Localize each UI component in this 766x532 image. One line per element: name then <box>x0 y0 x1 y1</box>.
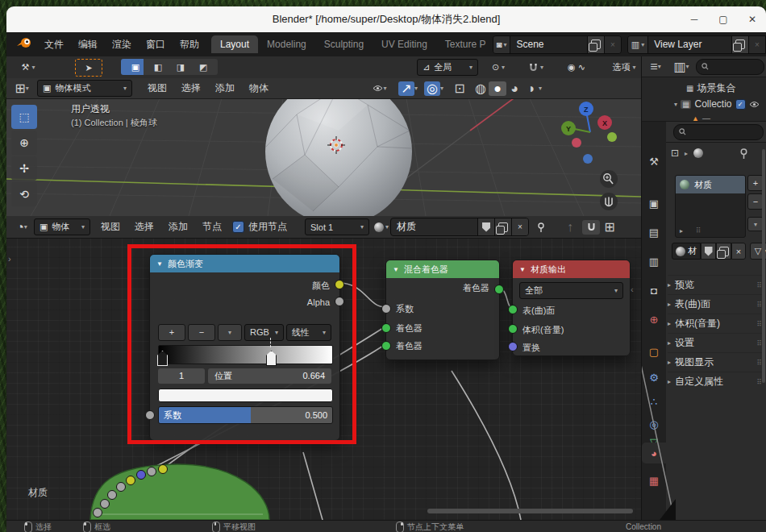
scene-name[interactable]: Scene <box>510 39 586 50</box>
dome-socket-gray-1[interactable] <box>94 509 102 517</box>
viewport-menu-view[interactable]: 视图 <box>140 79 174 98</box>
shading-solid-icon[interactable]: ● <box>489 81 506 96</box>
close-button[interactable]: ✕ <box>743 10 761 28</box>
workspace-tab-modeling[interactable]: Modeling <box>258 35 315 53</box>
tool-select-box[interactable]: ⬚ <box>11 105 37 129</box>
menu-render[interactable]: 渲染 <box>105 35 139 54</box>
node-canvas[interactable]: 材质 › ‹ ▼ 颜色渐变 颜色 Alpha + − ▾ RGB▾ 线性▾ <box>6 238 641 520</box>
xray-toggle-icon[interactable]: ⊡ <box>452 81 468 96</box>
overlays-toggle-icon[interactable]: ◎ <box>424 81 440 96</box>
menu-window[interactable]: 窗口 <box>139 35 173 54</box>
sidebar-expand-right-icon[interactable]: ‹ <box>631 285 634 294</box>
socket-volume-input[interactable] <box>508 324 518 334</box>
mode-dropdown[interactable]: ▣物体模式▾ <box>37 80 132 97</box>
unlink-material-button[interactable]: × <box>511 218 528 235</box>
dome-socket-yellow-1[interactable] <box>127 476 135 485</box>
shader-editor[interactable]: ◔▾ ▣物体▾ 视图 选择 添加 节点 ✓ 使用节点 Slot 1▾ ▾ 材质 … <box>6 216 641 520</box>
active-tool-icon[interactable]: ⚒▾ <box>11 59 45 75</box>
material-browse-icon[interactable]: ▾ <box>374 222 389 232</box>
overlays-dropdown[interactable]: ▾ <box>440 85 443 92</box>
tool-move[interactable]: ✢ <box>11 156 37 181</box>
outliner-row-collection[interactable]: ▾ ▦ Collectio ✓ <box>674 98 760 110</box>
gizmo-axis-x-neg[interactable] <box>607 132 617 142</box>
socket-mix-shader-output[interactable] <box>494 285 504 294</box>
dome-socket-gray-2[interactable] <box>101 500 110 509</box>
expand-triangle-icon[interactable]: ▾ <box>674 101 677 108</box>
tool-cursor[interactable]: ⊕ <box>11 131 37 155</box>
maximize-button[interactable]: ▢ <box>714 10 732 28</box>
viewport-menu-select[interactable]: 选择 <box>174 79 208 98</box>
viewport-zoom-button[interactable] <box>600 170 618 188</box>
snapping-magnet-icon[interactable]: ▾ <box>516 59 556 75</box>
socket-mix-shader1-input[interactable] <box>381 323 391 333</box>
dome-socket-yellow-2[interactable] <box>159 465 168 474</box>
collapse-triangle-icon[interactable]: ▼ <box>519 266 526 273</box>
shading-material-icon[interactable]: ◕ <box>506 81 522 96</box>
scene-icon[interactable]: ◙▾ <box>493 36 511 53</box>
outliner-row-scene-collection[interactable]: ▦ 场景集合 <box>686 81 735 95</box>
menu-help[interactable]: 帮助 <box>173 35 206 54</box>
viewport-3d[interactable]: ZXY ⊞▾ ▣物体模式▾ 视图 选择 添加 物体 <box>6 78 641 216</box>
editor-type-viewport-icon[interactable]: ⊞▾ <box>10 81 34 96</box>
shader-menu-view[interactable]: 视图 <box>94 218 127 236</box>
socket-surface-input[interactable] <box>508 305 518 314</box>
sidebar-expand-left-icon[interactable]: › <box>8 254 11 264</box>
collection-checkbox[interactable]: ✓ <box>735 99 746 110</box>
node-material-output-header[interactable]: ▼ 材质输出 <box>513 260 630 278</box>
shader-menu-add[interactable]: 添加 <box>161 218 195 236</box>
transform-orientation-dropdown[interactable]: ⊿全局▾ <box>417 59 478 76</box>
select-mode-lasso-button[interactable]: ◩ <box>189 59 218 75</box>
slot-dropdown[interactable]: Slot 1▾ <box>305 218 369 235</box>
gizmos-toggle-icon[interactable]: ↗ <box>398 81 414 96</box>
shader-overlays-icon[interactable]: ⊞ <box>602 219 618 235</box>
new-scene-button[interactable] <box>587 36 604 53</box>
gizmo-axis-z-neg[interactable] <box>583 154 593 164</box>
visibility-dropdown-icon[interactable]: ▾ <box>366 85 393 92</box>
workspace-tab-layout[interactable]: Layout <box>211 35 258 53</box>
go-parent-node-tree-icon[interactable]: ↑ <box>563 220 577 235</box>
node-mix-shader-header[interactable]: ▼ 混合着色器 <box>386 260 499 278</box>
shader-menu-node[interactable]: 节点 <box>195 218 229 236</box>
new-view-layer-button[interactable] <box>731 36 748 53</box>
shader-type-dropdown[interactable]: ▣物体▾ <box>34 218 90 235</box>
workspace-tab-uv-editing[interactable]: UV Editing <box>373 35 436 53</box>
eye-icon[interactable] <box>749 101 760 108</box>
node-mix-shader[interactable]: ▼ 混合着色器 着色器 系数 着色器 着色器 <box>385 260 500 360</box>
dome-socket-gray-5[interactable] <box>148 468 156 476</box>
viewport-pan-button[interactable] <box>600 193 618 210</box>
collapse-triangle-icon[interactable]: ▼ <box>393 266 399 273</box>
tool-rotate[interactable]: ⟲ <box>11 182 37 206</box>
collapsed-shader-node[interactable] <box>90 464 269 520</box>
view-layer-name[interactable]: View Layer <box>648 39 731 50</box>
fake-user-shield-icon[interactable] <box>477 218 494 235</box>
workspace-tab-sculpting[interactable]: Sculpting <box>315 35 373 53</box>
viewport-menu-object[interactable]: 物体 <box>242 79 276 98</box>
outliner-filter-icon[interactable]: ≡▾ <box>644 60 667 74</box>
output-target-dropdown[interactable]: 全部▾ <box>519 282 623 299</box>
material-name-value[interactable]: 材质 <box>391 220 477 234</box>
remove-view-layer-button[interactable]: × <box>748 36 765 53</box>
gizmos-dropdown[interactable]: ▾ <box>414 85 418 92</box>
pin-icon[interactable] <box>534 222 548 232</box>
view-layer-icon[interactable]: ▥▾ <box>628 36 648 53</box>
cursor-tool-button[interactable]: ➤ <box>75 59 102 77</box>
shader-snap-icon[interactable] <box>582 220 600 235</box>
navigation-gizmo[interactable]: ZXY <box>561 102 617 164</box>
workspace-tab-texture-paint[interactable]: Texture P <box>436 35 489 53</box>
outliner-search-input[interactable] <box>696 59 764 75</box>
use-nodes-checkbox[interactable]: ✓ <box>232 221 244 233</box>
viewport-menu-add[interactable]: 添加 <box>208 79 242 98</box>
socket-displacement-input[interactable] <box>508 342 518 351</box>
shading-wireframe-icon[interactable]: ◍ <box>473 81 489 96</box>
socket-mix-shader2-input[interactable] <box>381 341 391 351</box>
shading-dropdown[interactable]: ▾ <box>539 85 542 92</box>
dome-socket-blue[interactable] <box>137 471 146 480</box>
gizmo-axis-y-neg[interactable] <box>572 138 581 148</box>
menu-edit[interactable]: 编辑 <box>71 35 105 54</box>
options-dropdown[interactable]: 选项▾ <box>603 59 645 75</box>
shading-rendered-icon[interactable]: ◑ <box>522 81 539 96</box>
pivot-point-dropdown[interactable]: ⊙▾ <box>481 59 515 75</box>
dome-socket-gray-3[interactable] <box>108 491 117 500</box>
shader-menu-select[interactable]: 选择 <box>127 218 161 236</box>
copy-material-button[interactable] <box>494 218 511 235</box>
